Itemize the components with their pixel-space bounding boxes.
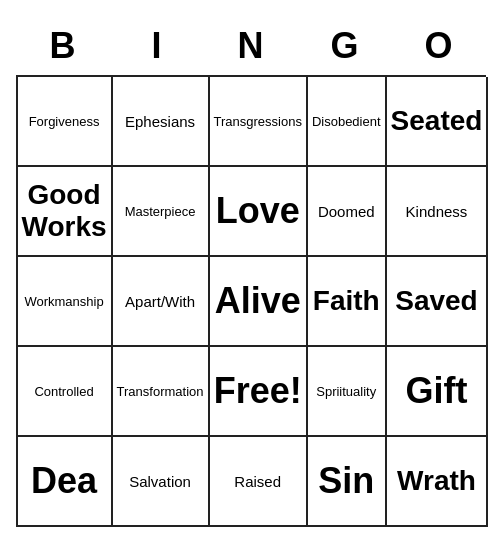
cell-r4-c4[interactable]: Wrath — [387, 437, 489, 527]
header-letter: B — [16, 17, 110, 75]
header-letter: I — [110, 17, 204, 75]
cell-r3-c4[interactable]: Gift — [387, 347, 489, 437]
header-letter: N — [204, 17, 298, 75]
cell-r0-c0[interactable]: Forgiveness — [18, 77, 113, 167]
cell-label: Raised — [234, 473, 281, 490]
cell-r3-c3[interactable]: Spriituality — [308, 347, 387, 437]
cell-label: Apart/With — [125, 293, 195, 310]
cell-label: Transformation — [117, 384, 204, 399]
cell-label: Love — [216, 190, 300, 232]
cell-label: Workmanship — [24, 294, 103, 309]
cell-r1-c0[interactable]: Good Works — [18, 167, 113, 257]
cell-label: Ephesians — [125, 113, 195, 130]
cell-r2-c4[interactable]: Saved — [387, 257, 489, 347]
cell-label: Free! — [214, 370, 302, 412]
cell-label: Wrath — [397, 465, 476, 497]
cell-r0-c4[interactable]: Seated — [387, 77, 489, 167]
bingo-header: BINGO — [16, 17, 486, 75]
cell-r3-c0[interactable]: Controlled — [18, 347, 113, 437]
cell-label: Salvation — [129, 473, 191, 490]
header-letter: O — [392, 17, 486, 75]
cell-label: Alive — [215, 280, 301, 322]
cell-label: Gift — [405, 370, 467, 412]
cell-label: Doomed — [318, 203, 375, 220]
cell-label: Transgressions — [214, 114, 302, 129]
cell-label: Controlled — [34, 384, 93, 399]
cell-label: Spriituality — [316, 384, 376, 399]
cell-r2-c2[interactable]: Alive — [210, 257, 308, 347]
cell-label: Good Works — [22, 179, 107, 243]
cell-label: Sin — [318, 460, 374, 502]
cell-r1-c3[interactable]: Doomed — [308, 167, 387, 257]
cell-label: Dea — [31, 460, 97, 502]
cell-r4-c2[interactable]: Raised — [210, 437, 308, 527]
cell-label: Seated — [391, 105, 483, 137]
cell-label: Kindness — [406, 203, 468, 220]
cell-r2-c0[interactable]: Workmanship — [18, 257, 113, 347]
cell-r0-c3[interactable]: Disobedient — [308, 77, 387, 167]
cell-r1-c2[interactable]: Love — [210, 167, 308, 257]
cell-r3-c2[interactable]: Free! — [210, 347, 308, 437]
cell-r0-c1[interactable]: Ephesians — [113, 77, 210, 167]
cell-r1-c4[interactable]: Kindness — [387, 167, 489, 257]
cell-label: Disobedient — [312, 114, 381, 129]
cell-r4-c0[interactable]: Dea — [18, 437, 113, 527]
cell-r0-c2[interactable]: Transgressions — [210, 77, 308, 167]
cell-r1-c1[interactable]: Masterpiece — [113, 167, 210, 257]
cell-label: Saved — [395, 285, 478, 317]
cell-label: Masterpiece — [125, 204, 196, 219]
bingo-grid: ForgivenessEphesiansTransgressionsDisobe… — [16, 75, 486, 527]
cell-label: Faith — [313, 285, 380, 317]
cell-label: Forgiveness — [29, 114, 100, 129]
cell-r2-c1[interactable]: Apart/With — [113, 257, 210, 347]
bingo-card: BINGO ForgivenessEphesiansTransgressions… — [6, 7, 496, 537]
header-letter: G — [298, 17, 392, 75]
cell-r2-c3[interactable]: Faith — [308, 257, 387, 347]
cell-r4-c1[interactable]: Salvation — [113, 437, 210, 527]
cell-r4-c3[interactable]: Sin — [308, 437, 387, 527]
cell-r3-c1[interactable]: Transformation — [113, 347, 210, 437]
